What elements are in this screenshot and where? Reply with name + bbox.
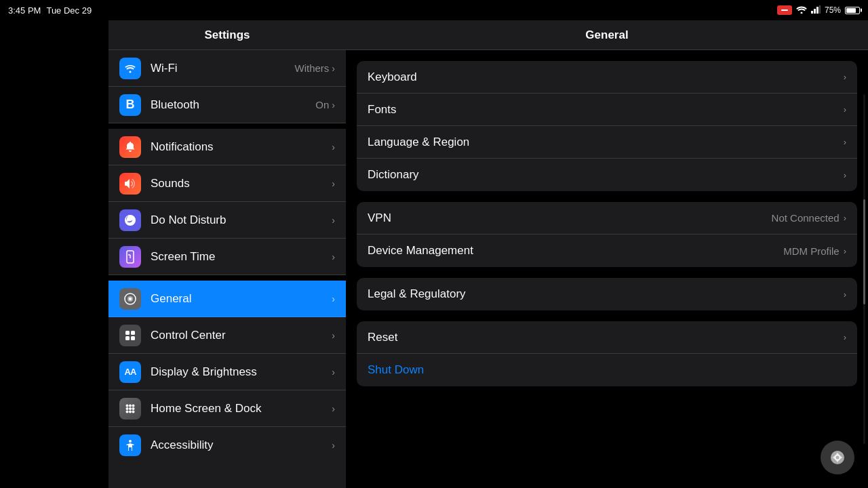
settings-row-device-management[interactable]: Device Management MDM Profile › (357, 235, 857, 267)
svg-point-13 (126, 404, 129, 407)
sidebar-content[interactable]: Wi-Fi Withers › B Bluetooth On › (108, 50, 346, 488)
sidebar-item-notifications[interactable]: Notifications › (108, 129, 346, 165)
wifi-chevron: › (332, 63, 335, 74)
accessibility-icon (119, 434, 141, 456)
status-bar: 3:45 PM Tue Dec 29 75% (0, 0, 868, 20)
bluetooth-chevron: › (332, 100, 335, 110)
wifi-label: Wi-Fi (151, 62, 294, 75)
sidebar-item-general[interactable]: General › (108, 281, 346, 317)
svg-point-15 (132, 404, 135, 407)
settings-row-reset[interactable]: Reset › (357, 321, 857, 354)
do-not-disturb-label: Do Not Disturb (151, 214, 332, 227)
display-brightness-label: Display & Brightness (151, 365, 332, 379)
legal-label: Legal & Regulatory (368, 287, 844, 301)
status-time: 3:45 PM (8, 5, 41, 16)
display-icon: AA (119, 361, 141, 383)
notifications-chevron: › (332, 142, 335, 152)
settings-row-dictionary[interactable]: Dictionary › (357, 159, 857, 191)
sidebar-item-screen-time[interactable]: Screen Time › (108, 239, 346, 275)
scroll-thumb (863, 199, 865, 304)
svg-point-18 (132, 407, 135, 410)
sidebar-item-accessibility[interactable]: Accessibility › (108, 427, 346, 464)
svg-point-8 (129, 298, 132, 300)
device-management-chevron: › (844, 246, 846, 256)
settings-row-legal[interactable]: Legal & Regulatory › (357, 278, 857, 310)
bluetooth-value: On (315, 99, 329, 110)
svg-rect-3 (819, 5, 821, 14)
screen-time-label: Screen Time (151, 250, 332, 264)
control-center-chevron: › (332, 330, 335, 341)
sidebar-item-home-screen[interactable]: Home Screen & Dock › (108, 390, 346, 427)
svg-rect-11 (125, 336, 130, 340)
sidebar-item-bluetooth[interactable]: B Bluetooth On › (108, 87, 346, 123)
sounds-icon (119, 173, 141, 195)
nav-control-inner (831, 451, 844, 464)
do-not-disturb-indicator (777, 5, 792, 15)
sidebar-header: Settings (108, 20, 346, 50)
control-center-icon (119, 325, 141, 346)
svg-rect-10 (131, 331, 135, 335)
svg-rect-9 (125, 331, 130, 335)
right-panel-header: General (346, 20, 868, 50)
general-chevron: › (332, 293, 335, 304)
scroll-track (863, 94, 865, 445)
svg-point-20 (129, 410, 132, 413)
nav-control[interactable] (821, 441, 854, 474)
battery-icon (845, 7, 860, 14)
language-region-label: Language & Region (368, 136, 844, 149)
settings-group-4: Reset › Shut Down (357, 321, 857, 386)
group-divider-2 (108, 275, 346, 281)
svg-point-16 (126, 407, 129, 410)
keyboard-chevron: › (844, 72, 846, 82)
dictionary-label: Dictionary (368, 168, 844, 182)
screen-time-icon (119, 246, 141, 268)
svg-point-17 (129, 407, 132, 410)
settings-row-fonts[interactable]: Fonts › (357, 94, 857, 126)
svg-rect-12 (131, 336, 135, 340)
settings-group-3: Legal & Regulatory › (357, 278, 857, 310)
settings-row-language-region[interactable]: Language & Region › (357, 126, 857, 159)
wifi-icon (796, 5, 807, 16)
svg-rect-1 (814, 9, 816, 14)
bluetooth-icon: B (119, 94, 141, 116)
home-screen-icon (119, 398, 141, 420)
general-icon (119, 288, 141, 310)
svg-point-21 (132, 410, 135, 413)
display-brightness-chevron: › (332, 367, 335, 378)
svg-rect-0 (811, 11, 813, 14)
settings-row-vpn[interactable]: VPN Not Connected › (357, 202, 857, 235)
vpn-chevron: › (844, 213, 846, 223)
vpn-label: VPN (368, 211, 772, 225)
right-panel: General Keyboard › Fonts › Language & Re… (346, 20, 868, 488)
settings-row-keyboard[interactable]: Keyboard › (357, 61, 857, 94)
keyboard-label: Keyboard (368, 70, 844, 84)
status-date: Tue Dec 29 (46, 5, 92, 16)
svg-point-14 (129, 404, 132, 407)
sidebar-item-display-brightness[interactable]: AA Display & Brightness › (108, 354, 346, 390)
control-center-label: Control Center (151, 329, 332, 342)
accessibility-chevron: › (332, 440, 335, 451)
sidebar-item-control-center[interactable]: Control Center › (108, 317, 346, 354)
language-region-chevron: › (844, 137, 846, 147)
device-management-label: Device Management (368, 244, 783, 258)
shut-down-label: Shut Down (368, 363, 424, 377)
vpn-value: Not Connected (772, 212, 840, 224)
sidebar-item-sounds[interactable]: Sounds › (108, 165, 346, 202)
svg-rect-2 (816, 7, 818, 14)
dictionary-chevron: › (844, 170, 846, 180)
wifi-settings-icon (119, 58, 141, 79)
right-panel-content[interactable]: Keyboard › Fonts › Language & Region › D… (346, 50, 868, 488)
general-label: General (151, 292, 332, 306)
accessibility-label: Accessibility (151, 439, 332, 452)
device-management-value: MDM Profile (783, 245, 840, 257)
reset-label: Reset (368, 331, 844, 344)
sidebar-item-do-not-disturb[interactable]: Do Not Disturb › (108, 202, 346, 239)
notifications-icon (119, 136, 141, 158)
sounds-chevron: › (332, 178, 335, 189)
svg-marker-25 (833, 455, 836, 460)
settings-row-shut-down[interactable]: Shut Down (357, 354, 857, 386)
screen-time-chevron: › (332, 251, 335, 262)
do-not-disturb-icon (119, 209, 141, 231)
sidebar-item-wifi[interactable]: Wi-Fi Withers › (108, 50, 346, 87)
home-screen-label: Home Screen & Dock (151, 402, 332, 415)
